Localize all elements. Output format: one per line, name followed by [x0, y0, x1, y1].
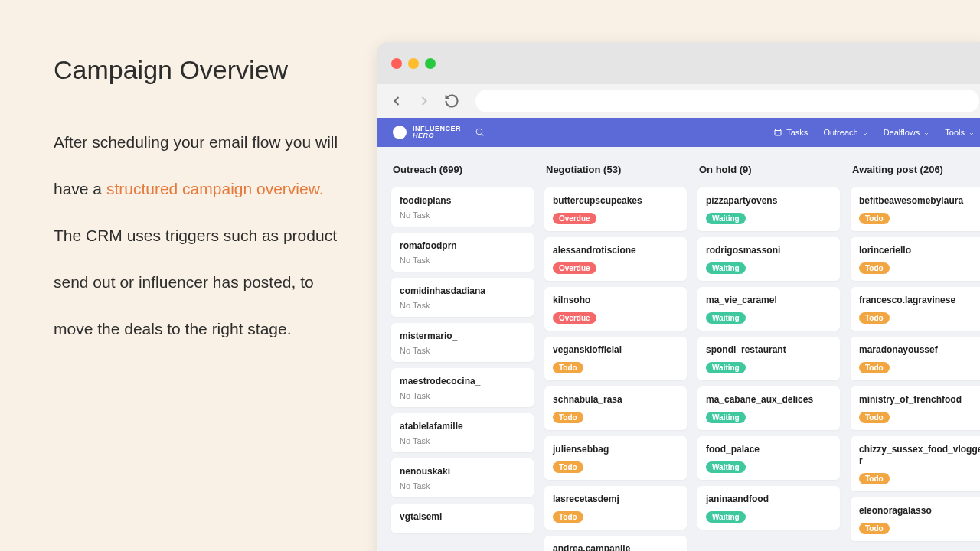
- status-badge: Waiting: [706, 511, 746, 523]
- status-badge: Waiting: [706, 262, 746, 274]
- status-badge: Overdue: [553, 312, 596, 324]
- status-badge: Todo: [553, 461, 583, 473]
- chevron-down-icon: [862, 129, 868, 135]
- deal-card[interactable]: eleonoragalassoTodo: [851, 497, 980, 541]
- nav-outreach[interactable]: Outreach: [823, 128, 867, 137]
- chevron-down-icon: [969, 129, 975, 135]
- deal-name: foodieplans: [400, 195, 525, 207]
- deal-card[interactable]: francesco.lagravineseTodo: [851, 287, 980, 331]
- status-badge: Todo: [859, 312, 890, 324]
- deal-card[interactable]: rodrigosmassoniWaiting: [697, 237, 840, 281]
- address-bar[interactable]: [475, 90, 979, 112]
- deal-name: andrea.campanile: [553, 543, 678, 551]
- kanban-column: Awaiting post (206)befitbeawesomebylaura…: [851, 164, 980, 551]
- deal-card[interactable]: befitbeawesomebylauraTodo: [851, 187, 980, 231]
- deal-name: vgtalsemi: [400, 511, 525, 523]
- deal-card[interactable]: lorincerielloTodo: [851, 237, 980, 281]
- deal-name: veganskiofficial: [553, 344, 678, 356]
- deal-card[interactable]: juliensebbagTodo: [544, 436, 687, 480]
- search-icon[interactable]: [475, 127, 485, 139]
- deal-name: food_palace: [706, 444, 831, 455]
- deal-name: ministry_of_frenchfood: [859, 394, 980, 406]
- status-text: No Task: [400, 301, 525, 310]
- browser-titlebar: [377, 42, 980, 84]
- deal-name: maradonayoussef: [859, 344, 980, 356]
- deal-card[interactable]: atablelafamilleNo Task: [391, 413, 534, 452]
- deal-card[interactable]: foodieplansNo Task: [391, 187, 534, 227]
- kanban-column: Negotiation (53)buttercupscupcakesOverdu…: [544, 164, 687, 551]
- deal-card[interactable]: ministry_of_frenchfoodTodo: [851, 386, 980, 430]
- deal-card[interactable]: schnabula_rasaTodo: [544, 386, 687, 430]
- deal-card[interactable]: maradonayoussefTodo: [851, 337, 980, 380]
- deal-name: eleonoragalasso: [859, 505, 980, 517]
- deal-card[interactable]: ma_cabane_aux_delicesWaiting: [697, 386, 840, 430]
- deal-card[interactable]: maestrodecocina_No Task: [391, 368, 534, 407]
- deal-card[interactable]: mistermario_No Task: [391, 323, 534, 362]
- deal-card[interactable]: food_palaceWaiting: [697, 436, 840, 480]
- deal-name: lorinceriello: [859, 245, 980, 256]
- deal-name: kilnsoho: [553, 295, 678, 306]
- status-badge: Todo: [859, 412, 890, 423]
- deal-card[interactable]: vgtalsemi: [391, 504, 534, 533]
- deal-name: lasrecetasdemj: [553, 494, 678, 505]
- deal-card[interactable]: kilnsohoOverdue: [544, 287, 687, 331]
- deal-name: atablelafamille: [400, 421, 525, 432]
- status-text: No Task: [400, 391, 525, 400]
- back-icon[interactable]: [388, 93, 405, 109]
- deal-name: maestrodecocina_: [400, 376, 525, 387]
- page-body: After scheduling your email flow you wil…: [54, 119, 345, 352]
- status-badge: Todo: [859, 213, 890, 224]
- page-title: Campaign Overview: [54, 55, 345, 85]
- deal-card[interactable]: veganskiofficialTodo: [544, 337, 687, 380]
- chevron-down-icon: [923, 129, 929, 135]
- deal-card[interactable]: nenouskakiNo Task: [391, 458, 534, 497]
- nav-tools[interactable]: Tools: [945, 128, 975, 137]
- kanban-column: Outreach (699)foodieplansNo Taskromafood…: [391, 164, 534, 551]
- deal-card[interactable]: chizzy_sussex_food_vloggerTodo: [851, 436, 980, 491]
- deal-card[interactable]: romafoodprnNo Task: [391, 233, 534, 272]
- logo-icon: [393, 126, 407, 139]
- deal-name: buttercupscupcakes: [553, 195, 678, 207]
- reload-icon[interactable]: [443, 93, 460, 109]
- status-badge: Todo: [553, 412, 583, 423]
- status-badge: Overdue: [553, 262, 596, 274]
- close-icon[interactable]: [391, 58, 402, 69]
- status-text: No Task: [400, 210, 525, 220]
- minimize-icon[interactable]: [408, 58, 419, 69]
- deal-card[interactable]: alessandrotiscioneOverdue: [544, 237, 687, 281]
- nav-tasks[interactable]: Tasks: [773, 128, 808, 137]
- deal-card[interactable]: spondi_restaurantWaiting: [697, 337, 840, 380]
- column-title: Negotiation (53): [544, 164, 687, 175]
- status-badge: Waiting: [706, 412, 746, 423]
- status-text: No Task: [400, 346, 525, 355]
- zoom-icon[interactable]: [425, 58, 436, 69]
- svg-point-0: [476, 129, 482, 135]
- deal-card[interactable]: buttercupscupcakesOverdue: [544, 187, 687, 231]
- kanban-column: On hold (9)pizzapartyovensWaitingrodrigo…: [697, 164, 840, 551]
- deal-name: schnabula_rasa: [553, 394, 678, 406]
- deal-card[interactable]: lasrecetasdemjTodo: [544, 486, 687, 530]
- deal-name: nenouskaki: [400, 466, 525, 478]
- app-content: INFLUENCER HERO Tasks Outreach Dealflows: [377, 118, 980, 551]
- deal-name: spondi_restaurant: [706, 344, 831, 356]
- status-badge: Todo: [859, 262, 890, 274]
- status-badge: Waiting: [706, 312, 746, 324]
- deal-card[interactable]: pizzapartyovensWaiting: [697, 187, 840, 231]
- status-badge: Waiting: [706, 461, 746, 473]
- deal-name: janinaandfood: [706, 494, 831, 505]
- deal-name: ma_cabane_aux_delices: [706, 394, 831, 406]
- brand-name: INFLUENCER HERO: [413, 126, 461, 140]
- app-header: INFLUENCER HERO Tasks Outreach Dealflows: [377, 118, 980, 147]
- deal-name: comidinhasdadiana: [400, 285, 525, 297]
- deal-card[interactable]: ma_vie_caramelWaiting: [697, 287, 840, 331]
- status-text: No Task: [400, 436, 525, 445]
- deal-card[interactable]: comidinhasdadianaNo Task: [391, 278, 534, 317]
- nav-dealflows[interactable]: Dealflows: [884, 128, 930, 137]
- marketing-copy: Campaign Overview After scheduling your …: [54, 55, 345, 352]
- traffic-lights: [391, 58, 436, 69]
- deal-name: befitbeawesomebylaura: [859, 195, 980, 207]
- deal-card[interactable]: janinaandfoodWaiting: [697, 486, 840, 530]
- forward-icon[interactable]: [416, 93, 433, 109]
- deal-card[interactable]: andrea.campanile: [544, 536, 687, 551]
- status-badge: Overdue: [553, 213, 596, 224]
